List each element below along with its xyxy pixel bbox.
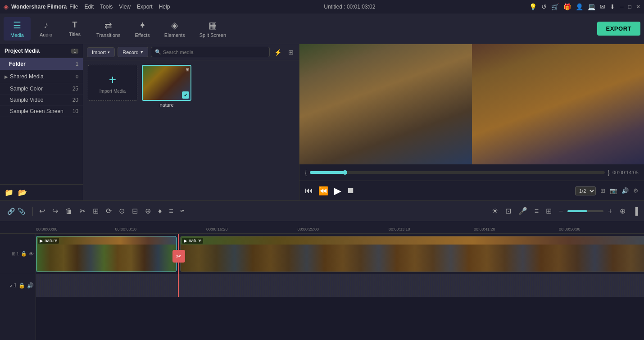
download-icon[interactable]: ⬇ — [610, 3, 615, 10]
zoom-fill — [567, 210, 587, 212]
delete-button[interactable]: 🗑 — [63, 205, 75, 217]
video-clip-1[interactable]: ▶ nature — [36, 236, 177, 272]
rotate-button[interactable]: ⟳ — [103, 205, 114, 217]
menu-help[interactable]: Help — [159, 4, 170, 10]
tab-elements[interactable]: ◈ Elements — [158, 17, 191, 41]
folder-item[interactable]: Folder 1 — [0, 58, 83, 70]
filter-icon[interactable]: ⚡ — [272, 48, 284, 57]
titles-icon: T — [73, 20, 77, 30]
export-button[interactable]: EXPORT — [597, 22, 640, 36]
tracks-container: ✂ ▶ nature — [36, 234, 644, 340]
snapshot-icon[interactable]: 📷 — [610, 187, 617, 194]
speed-select[interactable]: 1/2 1/4 1x 2x — [575, 186, 596, 195]
color-button[interactable]: ♦ — [155, 205, 164, 217]
lightbulb-icon[interactable]: 💡 — [529, 3, 537, 10]
audio-mute-icon[interactable]: 🔊 — [27, 282, 34, 289]
stop-button[interactable]: ⏹ — [347, 186, 355, 195]
menu-edit[interactable]: Edit — [84, 4, 94, 10]
shield-icon[interactable]: ⊡ — [503, 205, 514, 217]
split-button[interactable]: ⊟ — [129, 205, 141, 217]
window-title: Untitled : 00:01:03:02 — [324, 4, 375, 10]
open-folder-icon[interactable]: 📂 — [18, 188, 27, 197]
user-icon[interactable]: 👤 — [576, 3, 583, 10]
ruler-2: 00:00:16:20 — [206, 227, 228, 231]
menu-export[interactable]: Export — [137, 4, 153, 10]
timeline-attach-icon[interactable]: 📎 — [18, 208, 25, 215]
expand-icon: ▶ — [5, 74, 8, 79]
redo-button[interactable]: ↪ — [50, 205, 61, 217]
mark-in-icon[interactable]: { — [305, 169, 307, 176]
progress-bar[interactable] — [310, 171, 605, 174]
mic-icon[interactable]: 🎤 — [516, 205, 530, 217]
cart-icon[interactable]: 🛒 — [551, 3, 559, 10]
volume-icon[interactable]: 🔊 — [621, 187, 629, 194]
zoom-in-icon[interactable]: + — [605, 205, 615, 217]
crop-button[interactable]: ⊞ — [90, 205, 101, 217]
video-clip-2[interactable]: ▶ nature — [180, 236, 644, 272]
step-back-button[interactable]: ⏮ — [305, 186, 313, 195]
close-button[interactable]: ✕ — [636, 4, 640, 10]
computer-icon[interactable]: 💻 — [588, 3, 595, 10]
media-toolbar: Import ▾ Record ▾ 🔍 ⚡ ⊞ — [83, 44, 299, 60]
scissors-at-playhead: ✂ — [172, 250, 185, 263]
menu-tools[interactable]: Tools — [100, 4, 113, 10]
play-button[interactable]: ▶ — [334, 185, 341, 197]
menu-view[interactable]: View — [119, 4, 131, 10]
tab-effects[interactable]: ✦ Effects — [128, 17, 156, 41]
zoom-out-icon[interactable]: − — [556, 205, 566, 217]
fullscreen-icon[interactable]: ⊞ — [600, 187, 605, 194]
sun-icon[interactable]: ☀ — [489, 205, 501, 217]
preview-time: 00:00:14:05 — [612, 170, 639, 175]
frame-back-button[interactable]: ⏪ — [318, 186, 328, 196]
grid-icon[interactable]: ⊞ — [286, 48, 295, 57]
shared-media-section[interactable]: ▶ Shared Media 0 — [0, 70, 83, 83]
ripple-button[interactable]: ≈ — [178, 205, 187, 217]
media-thumbnail-nature[interactable]: ⊞ ✓ nature — [142, 65, 191, 108]
mail-icon[interactable]: ✉ — [600, 3, 605, 10]
tab-titles[interactable]: T Titles — [61, 18, 88, 40]
import-button[interactable]: Import ▾ — [87, 47, 115, 57]
import-media-placeholder[interactable]: + Import Media — [88, 65, 137, 101]
minimize-button[interactable]: ─ — [620, 4, 624, 10]
tab-media[interactable]: ☰ Media — [4, 17, 31, 41]
track-lock-icon[interactable]: 🔒 — [21, 251, 27, 257]
undo-button[interactable]: ↩ — [36, 205, 48, 217]
speed-button[interactable]: ⊕ — [142, 205, 154, 217]
gift-icon[interactable]: 🎁 — [563, 3, 571, 10]
mark-out-icon[interactable]: } — [608, 169, 610, 176]
settings-icon[interactable]: ⚙ — [633, 187, 639, 194]
ruler-3: 00:00:25:00 — [298, 227, 319, 231]
add-button[interactable]: ⊕ — [617, 205, 628, 217]
tab-audio[interactable]: ♪ Audio — [32, 17, 59, 40]
menu-file[interactable]: File — [69, 4, 78, 10]
track-hide-icon[interactable]: 👁 — [29, 251, 34, 257]
ruler-0: 00:00:00:00 — [36, 227, 58, 231]
progress-handle[interactable] — [343, 170, 347, 175]
search-bar[interactable]: 🔍 — [151, 47, 270, 57]
record-label: Record — [122, 50, 138, 55]
new-folder-icon[interactable]: 📁 — [5, 188, 14, 197]
zoom-slider[interactable] — [567, 210, 603, 212]
timeline-link-icon[interactable]: 🔗 — [7, 208, 15, 215]
sample-color-item[interactable]: Sample Color 25 — [0, 83, 83, 95]
thumb-type-icon: ⊞ — [186, 67, 189, 72]
maximize-button[interactable]: □ — [628, 4, 631, 10]
sidebar-toggle[interactable]: ▐ — [630, 205, 640, 217]
audio-edit-button[interactable]: ≡ — [166, 205, 176, 217]
audio-lock-icon[interactable]: 🔒 — [18, 282, 25, 289]
refresh-icon[interactable]: ↺ — [541, 3, 547, 10]
sample-video-item[interactable]: Sample Video 20 — [0, 95, 83, 106]
clip-2-thumb-pattern — [181, 245, 644, 272]
record-button[interactable]: Record ▾ — [118, 47, 148, 57]
sample-greenscreen-item[interactable]: Sample Green Screen 10 — [0, 106, 83, 117]
sample-video-label: Sample Video — [10, 97, 44, 103]
tab-splitscreen[interactable]: ▦ Split Screen — [193, 17, 232, 41]
app-name: Wondershare Filmora — [11, 4, 67, 10]
mirror-button[interactable]: ⊙ — [116, 205, 127, 217]
tab-transitions[interactable]: ⇄ Transitions — [90, 17, 127, 41]
text-edit-icon[interactable]: ≡ — [532, 205, 541, 217]
cut-button[interactable]: ✂ — [77, 205, 88, 217]
expand-icon[interactable]: ⊞ — [543, 205, 554, 217]
clip-thumb-pattern — [36, 245, 176, 272]
search-input[interactable] — [163, 50, 266, 55]
